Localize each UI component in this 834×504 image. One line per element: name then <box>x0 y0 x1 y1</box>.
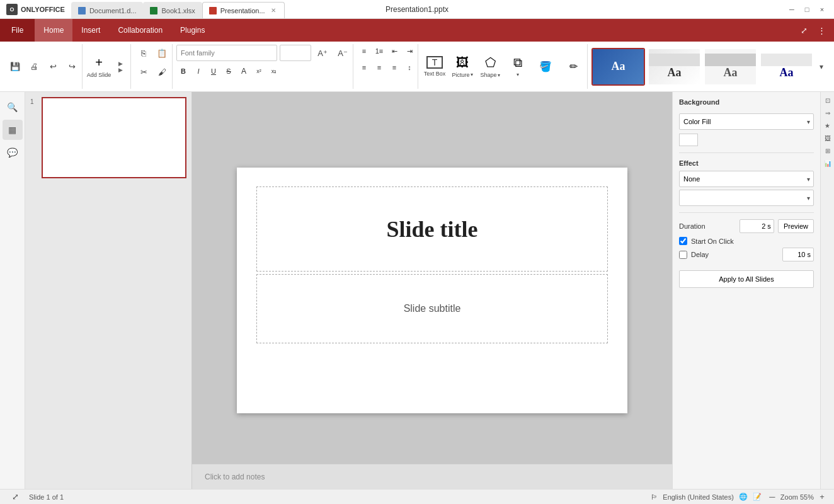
fill-button[interactable]: 🪣 <box>533 48 558 86</box>
slide-settings-icon[interactable]: ⊡ <box>822 94 833 106</box>
slide-subtitle-area[interactable]: Slide subtitle <box>256 274 608 343</box>
arrange-button[interactable]: ⧉ ▾ <box>505 48 530 86</box>
divider-1 <box>679 152 814 153</box>
menu-file[interactable]: File <box>0 19 35 42</box>
slide-number: 1 <box>30 97 38 105</box>
background-dropdown[interactable]: Color Fill <box>679 113 814 130</box>
text-box-button[interactable]: T Text Box <box>422 48 447 86</box>
pen-button[interactable]: ✏ <box>561 48 586 86</box>
delay-input[interactable] <box>782 248 814 261</box>
maximize-button[interactable]: □ <box>800 3 814 16</box>
minimize-button[interactable]: ─ <box>785 3 799 16</box>
undo-icon[interactable]: ↩ <box>44 58 62 76</box>
background-color-preview[interactable] <box>679 134 698 146</box>
close-tab-icon[interactable]: ✕ <box>269 6 278 15</box>
chart-icon[interactable]: 📊 <box>822 158 833 169</box>
menu-collaboration[interactable]: Collaboration <box>109 19 171 42</box>
preview-button[interactable]: Preview <box>778 219 814 233</box>
table-icon[interactable]: ⊞ <box>822 145 833 156</box>
notes-area[interactable]: Click to add notes <box>192 464 672 489</box>
tab-excel[interactable]: Book1.xlsx <box>143 2 202 18</box>
bullets-button[interactable]: ≡ <box>357 44 371 58</box>
transition-icon[interactable]: ⇒ <box>822 107 833 118</box>
slide-title-area[interactable]: Slide title <box>256 186 608 272</box>
slides-sidebar-icon[interactable]: ▦ <box>3 120 23 140</box>
zoom-in-button[interactable]: + <box>816 491 828 503</box>
theme-button-3[interactable]: Aa <box>704 48 757 86</box>
format-paint-icon[interactable]: 🖌 <box>153 63 171 81</box>
fullscreen-icon[interactable]: ⤢ <box>6 488 24 505</box>
animation-icon[interactable]: ★ <box>822 120 833 131</box>
picture-button[interactable]: 🖼 Picture ▾ <box>450 48 475 86</box>
arrange-icon: ⧉ <box>513 55 522 70</box>
subscript-button[interactable]: x₂ <box>267 64 281 78</box>
font-size-input[interactable] <box>280 45 311 61</box>
menu-home[interactable]: Home <box>35 19 72 42</box>
decrease-indent-button[interactable]: ⇤ <box>387 44 401 58</box>
zoom-out-button[interactable]: ─ <box>767 491 778 503</box>
fill-icon: 🪣 <box>539 60 552 72</box>
theme-button-4[interactable]: Aa <box>760 48 813 86</box>
tab-document[interactable]: Document1.d... <box>71 2 144 18</box>
canvas-area[interactable]: Slide title Slide subtitle Click to add … <box>192 92 672 489</box>
slide-canvas[interactable]: Slide title Slide subtitle <box>237 168 627 413</box>
bold-button[interactable]: B <box>176 64 190 78</box>
menu-more-icon[interactable]: ⋮ <box>814 23 829 38</box>
delay-label: Delay <box>691 251 779 258</box>
slide-thumbnail-1[interactable] <box>42 97 186 178</box>
comments-sidebar-icon[interactable]: 💬 <box>3 142 23 163</box>
align-justify-button[interactable]: ≡ <box>387 60 401 74</box>
divider-2 <box>679 212 814 213</box>
menu-plugins[interactable]: Plugins <box>171 19 214 42</box>
superscript-button[interactable]: x² <box>252 64 266 78</box>
underline-button[interactable]: U <box>207 64 220 78</box>
image-icon[interactable]: 🖼 <box>822 132 833 144</box>
pen-icon: ✏ <box>569 60 578 72</box>
font-family-input[interactable] <box>176 45 277 61</box>
line-spacing-button[interactable]: ↕ <box>403 60 416 74</box>
font-group: A⁺ A⁻ B I U S A x² x₂ <box>175 44 353 89</box>
theme-button-1[interactable]: Aa <box>591 48 645 86</box>
add-slide-button[interactable]: + Add Slide <box>86 48 111 86</box>
effect-dropdown[interactable]: None <box>679 171 814 187</box>
search-sidebar-icon[interactable]: 🔍 <box>3 97 23 117</box>
close-button[interactable]: × <box>815 3 829 16</box>
shape-button[interactable]: ⬠ Shape ▾ <box>477 48 503 86</box>
start-on-click-row: Start On Click <box>679 237 814 245</box>
theme-button-2[interactable]: Aa <box>648 48 701 86</box>
tab-presentation[interactable]: Presentation... ✕ <box>202 2 285 18</box>
duration-input[interactable] <box>740 219 774 233</box>
cut-icon[interactable]: ✂ <box>135 63 152 81</box>
font-color-button[interactable]: A <box>237 64 251 78</box>
italic-button[interactable]: I <box>191 64 205 78</box>
font-size-down-icon[interactable]: A⁻ <box>334 44 351 62</box>
redo-icon[interactable]: ↪ <box>63 58 81 76</box>
slide-layout-dropdown-icon[interactable]: ▶▶ <box>111 58 129 76</box>
save-icon[interactable]: 💾 <box>6 58 24 76</box>
more-themes-button[interactable]: ▾ <box>816 48 827 86</box>
strikethrough-button[interactable]: S <box>222 64 236 78</box>
numbering-button[interactable]: 1≡ <box>372 44 386 58</box>
menu-insert[interactable]: Insert <box>72 19 109 42</box>
status-bar: ⤢ Slide 1 of 1 🏳 English (United States)… <box>0 489 834 504</box>
themes-group: Aa Aa Aa Aa ▾ <box>590 44 828 89</box>
insert-group: T Text Box 🖼 Picture ▾ ⬠ Shape ▾ ⧉ ▾ 🪣 <box>421 44 588 89</box>
xls-icon <box>150 7 157 14</box>
background-label: Background <box>679 98 719 106</box>
increase-indent-button[interactable]: ⇥ <box>403 44 416 58</box>
language-label[interactable]: English (United States) <box>663 493 734 501</box>
right-panel: Background Color Fill Effect None Durati… <box>672 92 820 489</box>
align-center-button[interactable]: ≡ <box>372 60 386 74</box>
align-left-button[interactable]: ≡ <box>357 60 371 74</box>
picture-icon: 🖼 <box>456 55 469 70</box>
open-location-icon[interactable]: ⤢ <box>796 23 811 38</box>
copy-icon[interactable]: ⎘ <box>135 44 152 62</box>
paste-icon[interactable]: 📋 <box>153 44 171 62</box>
delay-checkbox[interactable] <box>679 251 687 259</box>
font-size-up-icon[interactable]: A⁺ <box>314 44 331 62</box>
doc-icon <box>78 7 86 14</box>
start-on-click-checkbox[interactable] <box>679 237 687 245</box>
print-icon[interactable]: 🖨 <box>25 58 43 76</box>
apply-all-slides-button[interactable]: Apply to All Slides <box>679 270 814 288</box>
effect-sub-dropdown[interactable] <box>679 190 814 206</box>
